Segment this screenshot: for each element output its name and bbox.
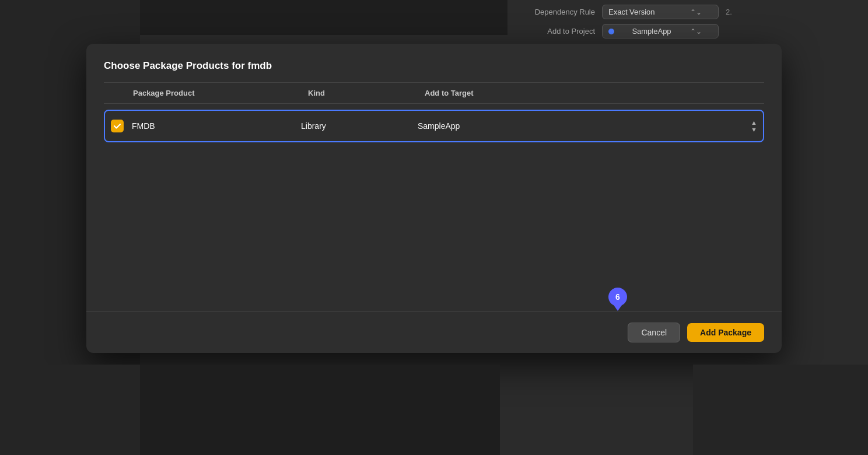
- col-header-package-product: Package Product: [133, 89, 195, 97]
- add-package-button[interactable]: Add Package: [687, 323, 764, 342]
- annotation-badge-6: 6: [608, 288, 627, 306]
- project-blue-dot-icon: [608, 29, 614, 34]
- add-to-project-label: Add to Project: [519, 27, 595, 36]
- fmdb-product-name: FMDB: [132, 121, 295, 131]
- annotation-badge-number: 6: [615, 292, 620, 302]
- dependency-rule-row: Dependency Rule Exact Version ⌃⌄ 2.: [519, 5, 856, 19]
- target-stepper[interactable]: ▲ ▼: [751, 119, 757, 133]
- version-number: 2.: [726, 8, 732, 16]
- add-to-project-value: SampleApp: [632, 27, 671, 36]
- add-to-project-chevron-icon: ⌃⌄: [690, 27, 702, 36]
- dialog-title: Choose Package Products for fmdb: [86, 44, 782, 82]
- bottom-center-panel: [140, 365, 500, 455]
- fmdb-target: SampleApp: [412, 121, 751, 131]
- fmdb-kind: Library: [295, 121, 412, 131]
- col-header-add-to-target: Add to Target: [425, 89, 474, 97]
- col-header-kind: Kind: [308, 89, 325, 97]
- bottom-left-panel: [0, 365, 140, 455]
- dependency-rule-dropdown[interactable]: Exact Version ⌃⌄: [602, 5, 719, 19]
- fmdb-checkbox[interactable]: [111, 120, 124, 132]
- cancel-button[interactable]: Cancel: [628, 323, 680, 342]
- bottom-right-panel: [693, 365, 868, 455]
- dependency-rule-chevron-icon: ⌃⌄: [690, 8, 702, 16]
- choose-package-dialog: Choose Package Products for fmdb Package…: [86, 44, 782, 353]
- dependency-rule-value: Exact Version: [608, 8, 655, 16]
- add-to-project-row: Add to Project SampleApp ⌃⌄: [519, 24, 856, 38]
- package-table: Package Product Kind Add to Target FMDB …: [104, 82, 764, 312]
- add-to-project-dropdown[interactable]: SampleApp ⌃⌄: [602, 24, 719, 38]
- dependency-rule-label: Dependency Rule: [519, 8, 595, 16]
- center-top-panel: [140, 0, 508, 35]
- table-empty-area: [104, 148, 764, 312]
- table-row[interactable]: FMDB Library SampleApp ▲ ▼: [104, 110, 764, 142]
- dialog-footer: 6 Cancel Add Package: [86, 312, 782, 353]
- table-header: Package Product Kind Add to Target: [104, 83, 764, 104]
